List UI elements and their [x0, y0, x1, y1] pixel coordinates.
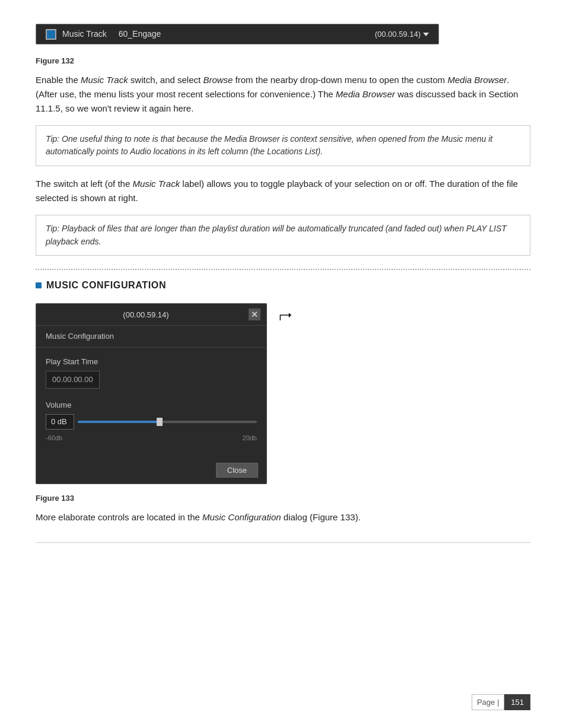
para1-text3: from the nearby drop-down menu to open t…: [233, 75, 447, 85]
para1-em4: Media Browser: [336, 89, 395, 99]
tip1-text: Tip: One useful thing to note is that be…: [46, 133, 520, 158]
para-3: More elaborate controls are located in t…: [36, 510, 530, 524]
music-config-panel: (00.00.59.14) ✕ Music Configuration Play…: [36, 303, 267, 484]
page-footer: Page | 151: [472, 694, 530, 711]
play-start-label: Play Start Time: [46, 356, 257, 368]
volume-max-label: 20db: [243, 433, 257, 443]
page-number: 151: [504, 694, 530, 711]
section-icon: [36, 282, 42, 288]
track-name-label: Music Track: [62, 28, 107, 40]
para1-em2: Browse: [203, 75, 233, 85]
dropdown-arrow-icon[interactable]: [423, 33, 429, 36]
tip-box-1: Tip: One useful thing to note is that be…: [36, 125, 530, 166]
figure-132-label: Figure 132: [36, 55, 530, 67]
para1-text2: switch, and select: [128, 75, 203, 85]
tip-box-2: Tip: Playback of files that are longer t…: [36, 215, 530, 256]
volume-slider[interactable]: [78, 421, 257, 423]
duration-dropdown[interactable]: (00.00.59.14): [375, 28, 429, 40]
para-1: Enable the Music Track switch, and selec…: [36, 73, 530, 116]
page-label: Page |: [472, 694, 504, 711]
volume-slider-thumb[interactable]: [157, 418, 163, 426]
section-title-text: MUSIC CONFIGURATION: [46, 278, 166, 293]
config-close-button[interactable]: Close: [216, 463, 258, 478]
tip2-text: Tip: Playback of files that are longer t…: [46, 222, 520, 248]
para2-em: Music Track: [132, 179, 180, 189]
config-panel-body: Play Start Time 00.00.00.00 Volume 0 dB …: [36, 348, 266, 459]
bottom-rule: [36, 542, 530, 543]
volume-slider-fill: [78, 421, 158, 423]
config-close-x-button[interactable]: ✕: [249, 309, 260, 320]
figure-133-label: Figure 133: [36, 492, 530, 504]
volume-label: Volume: [46, 399, 257, 411]
music-track-toggle[interactable]: [46, 29, 56, 40]
duration-value: (00.00.59.14): [375, 28, 421, 40]
volume-db-value[interactable]: 0 dB: [46, 414, 74, 430]
para1-text1: Enable the: [36, 75, 81, 85]
para3-text1: More elaborate controls are located in t…: [36, 512, 202, 522]
para1-em3: Media Browser: [447, 75, 507, 85]
volume-row: 0 dB: [46, 414, 257, 430]
config-duration-dropdown[interactable]: (00.00.59.14): [46, 309, 249, 321]
config-duration-value: (00.00.59.14): [123, 309, 168, 321]
para2-text1: The switch at left (of the: [36, 179, 132, 189]
engage-label: 60_Engage: [119, 28, 375, 40]
config-panel-footer: Close: [36, 458, 266, 484]
config-panel-header: (00.00.59.14) ✕: [36, 304, 266, 326]
play-start-value[interactable]: 00.00.00.00: [46, 371, 100, 389]
volume-min-label: -60db: [46, 433, 62, 443]
para3-text2: dialog (Figure 133).: [281, 512, 361, 522]
music-track-ui-strip: Music Track 60_Engage (00.00.59.14): [36, 24, 439, 44]
config-panel-subtitle: Music Configuration: [36, 326, 266, 348]
section-title: MUSIC CONFIGURATION: [36, 278, 530, 293]
music-config-panel-container: (00.00.59.14) ✕ Music Configuration Play…: [36, 303, 267, 484]
para3-em: Music Configuration: [202, 512, 281, 522]
section-divider: [36, 269, 530, 270]
para-2: The switch at left (of the Music Track l…: [36, 177, 530, 205]
para1-em1: Music Track: [81, 75, 128, 85]
volume-range-labels: -60db 20db: [46, 433, 257, 443]
